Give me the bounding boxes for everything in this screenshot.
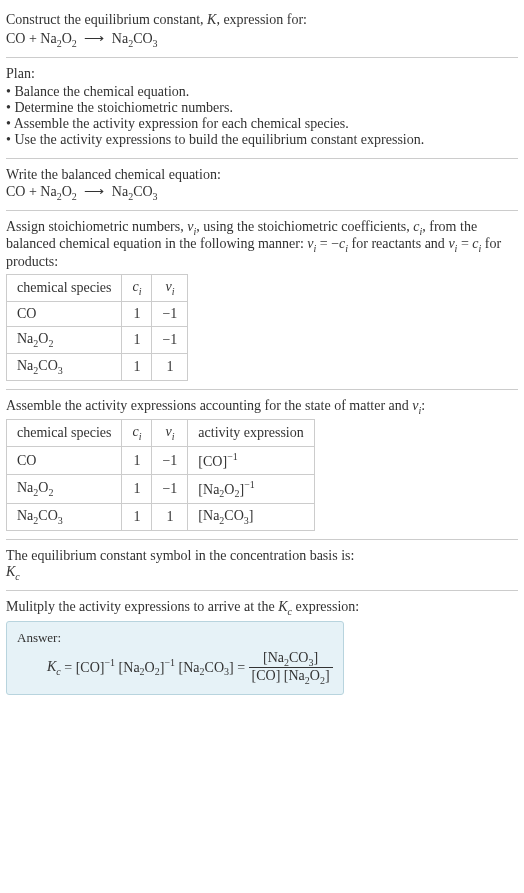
cell-ci: 1 [122,504,152,531]
stoich-section: Assign stoichiometric numbers, νi, using… [6,211,518,390]
balanced-title: Write the balanced chemical equation: [6,167,518,183]
activity-intro: Assemble the activity expressions accoun… [6,398,518,416]
symbol-section: The equilibrium constant symbol in the c… [6,540,518,591]
table-row: CO 1 −1 [7,301,188,326]
table-row: Na2O2 1 −1 [Na2O2]−1 [7,474,315,503]
cell-nui: 1 [152,353,188,380]
balanced-section: Write the balanced chemical equation: CO… [6,159,518,211]
cell-species: CO [7,301,122,326]
activity-table: chemical species ci νi activity expressi… [6,419,315,531]
cell-species: Na2O2 [7,474,122,503]
col-ci: ci [122,275,152,302]
cell-ci: 1 [122,301,152,326]
cell-activity: [Na2CO3] [188,504,314,531]
symbol-kc: Kc [6,564,518,582]
cell-activity: [Na2O2]−1 [188,474,314,503]
table-header-row: chemical species ci νi [7,275,188,302]
cell-species: Na2CO3 [7,353,122,380]
plan-list: • Balance the chemical equation. • Deter… [6,84,518,148]
table-row: Na2CO3 1 1 [7,353,188,380]
activity-section: Assemble the activity expressions accoun… [6,390,518,541]
table-header-row: chemical species ci νi activity expressi… [7,420,315,447]
col-species: chemical species [7,420,122,447]
col-ci: ci [122,420,152,447]
plan-item: • Use the activity expressions to build … [6,132,518,148]
answer-expression: Kc = [CO]−1 [Na2O2]−1 [Na2CO3] = [Na2CO3… [17,650,333,687]
prompt-equation: CO + Na2O2 ⟶ Na2CO3 [6,30,518,49]
balanced-equation: CO + Na2O2 ⟶ Na2CO3 [6,183,518,202]
cell-nui: −1 [152,326,188,353]
multiply-text: Mulitply the activity expressions to arr… [6,599,518,617]
col-nui: νi [152,420,188,447]
cell-species: CO [7,447,122,475]
cell-ci: 1 [122,447,152,475]
cell-ci: 1 [122,353,152,380]
plan-item: • Assemble the activity expression for e… [6,116,518,132]
cell-nui: −1 [152,301,188,326]
cell-species: Na2O2 [7,326,122,353]
cell-ci: 1 [122,326,152,353]
table-row: Na2O2 1 −1 [7,326,188,353]
cell-nui: 1 [152,504,188,531]
answer-box: Answer: Kc = [CO]−1 [Na2O2]−1 [Na2CO3] =… [6,621,344,696]
plan-title: Plan: [6,66,518,82]
plan-item: • Determine the stoichiometric numbers. [6,100,518,116]
answer-label: Answer: [17,630,333,646]
cell-ci: 1 [122,474,152,503]
table-row: CO 1 −1 [CO]−1 [7,447,315,475]
col-activity: activity expression [188,420,314,447]
cell-nui: −1 [152,474,188,503]
cell-species: Na2CO3 [7,504,122,531]
prompt-section: Construct the equilibrium constant, K, e… [6,4,518,58]
multiply-section: Mulitply the activity expressions to arr… [6,591,518,703]
stoich-table: chemical species ci νi CO 1 −1 Na2O2 1 −… [6,274,188,380]
cell-activity: [CO]−1 [188,447,314,475]
plan-section: Plan: • Balance the chemical equation. •… [6,58,518,159]
cell-nui: −1 [152,447,188,475]
symbol-text: The equilibrium constant symbol in the c… [6,548,518,564]
table-row: Na2CO3 1 1 [Na2CO3] [7,504,315,531]
plan-item: • Balance the chemical equation. [6,84,518,100]
col-species: chemical species [7,275,122,302]
col-nui: νi [152,275,188,302]
stoich-intro: Assign stoichiometric numbers, νi, using… [6,219,518,271]
prompt-text: Construct the equilibrium constant, K, e… [6,12,518,28]
